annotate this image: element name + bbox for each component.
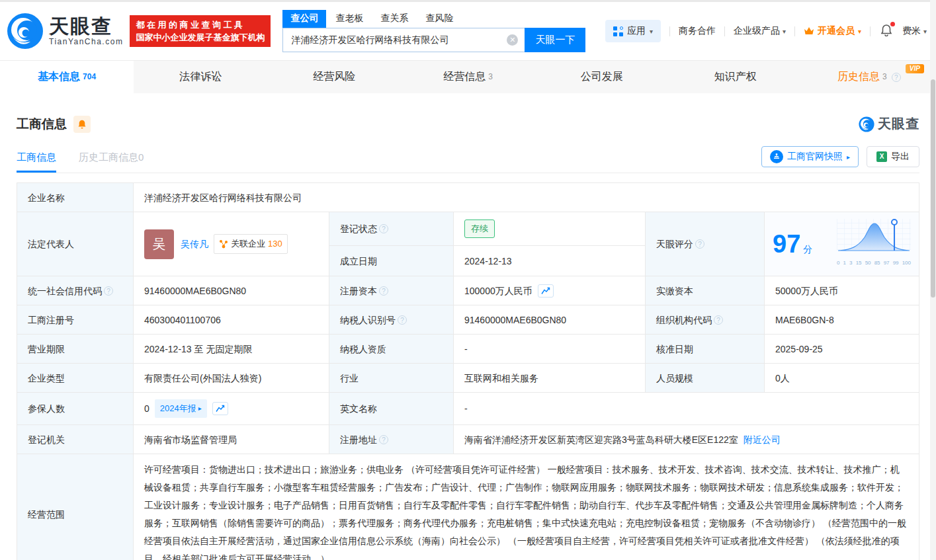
- taxpayer-qual-value: -: [454, 335, 646, 364]
- address-value: 海南省洋浦经济开发区新英湾区迎宾路3号蓝岛科研大楼E区E122室 附近公司: [454, 425, 919, 454]
- tab-legal-litigation[interactable]: 法律诉讼: [134, 61, 267, 93]
- paid-capital-value: 50000万人民币: [765, 276, 919, 305]
- tab-operation-info[interactable]: 经营信息 3: [401, 61, 534, 93]
- tab-count: 3: [882, 72, 887, 81]
- related-companies-label: 关联企业: [231, 237, 265, 251]
- slogan-line1: 都在用的商业查询工具: [136, 19, 265, 31]
- company-name-label: 企业名称: [17, 183, 134, 212]
- subtab-business-info[interactable]: 工商信息: [17, 151, 56, 173]
- search-button[interactable]: 天眼一下: [525, 28, 585, 52]
- enterprise-products-link[interactable]: 企业级产品 ▾: [734, 25, 786, 37]
- search-input[interactable]: [282, 28, 525, 52]
- open-vip-button[interactable]: 开通会员 ▾: [804, 25, 861, 37]
- excel-icon: X: [876, 151, 887, 162]
- help-icon[interactable]: ?: [379, 224, 388, 233]
- reg-status-value: 存续: [454, 212, 646, 246]
- tab-company-development[interactable]: 公司发展: [535, 61, 669, 93]
- industry-label: 行业: [329, 364, 454, 393]
- search-tab-boss[interactable]: 查老板: [327, 10, 371, 28]
- term-value: 2024-12-13 至 无固定期限: [134, 335, 329, 364]
- user-menu[interactable]: 费米 ▾: [902, 25, 927, 37]
- apps-menu-button[interactable]: 应用 ▾: [605, 20, 661, 42]
- watermark-text: 天眼查: [878, 115, 919, 133]
- divider: [669, 26, 670, 36]
- export-button[interactable]: X 导出: [867, 146, 919, 167]
- tab-label: 公司发展: [581, 70, 623, 84]
- divider: [794, 26, 795, 36]
- legal-rep-name-link[interactable]: 吴传凡: [181, 237, 208, 251]
- scrollbar-thumb[interactable]: [931, 79, 935, 298]
- related-companies-count: 130: [268, 237, 282, 251]
- biz-cooperation-link[interactable]: 商务合作: [679, 25, 716, 37]
- est-date-label: 成立日期: [329, 246, 454, 276]
- en-name-label: 英文名称: [329, 393, 454, 425]
- annual-report-badge[interactable]: 2024年报 ▸: [155, 399, 207, 418]
- slogan-banner: 都在用的商业查询工具 国家中小企业发展子基金旗下机构: [130, 15, 271, 47]
- taxpayer-qual-label: 纳税人资质: [329, 335, 454, 364]
- tab-label: 知识产权: [714, 70, 757, 84]
- term-label: 营业期限: [17, 335, 134, 364]
- reg-number-label: 工商注册号: [17, 305, 134, 335]
- official-snapshot-label: 工商官网快照: [787, 151, 843, 163]
- brand-domain: TianYanCha.com: [49, 37, 123, 46]
- tab-intellectual-property[interactable]: 知识产权: [669, 61, 802, 93]
- score-value[interactable]: 97 分: [765, 212, 919, 276]
- scrollbar[interactable]: [930, 0, 936, 560]
- company-type-label: 企业类型: [17, 364, 134, 393]
- divider: [724, 26, 725, 36]
- crown-icon: [804, 26, 814, 36]
- credit-code-value: 91460000MAE6B0GN80: [134, 276, 329, 305]
- business-scope-value: 许可经营项目：货物进出口；技术进出口；旅游业务；供电业务 （许可经营项目凭许可证…: [134, 454, 919, 560]
- search-tab-relation[interactable]: 查关系: [372, 10, 416, 28]
- help-icon[interactable]: ?: [379, 435, 388, 444]
- business-info-table: 企业名称 洋浦经济开发区哈行网络科技有限公司 法定代表人 吴 吴传凡 关联企业 …: [17, 182, 919, 560]
- watermark-logo: 天眼查: [859, 115, 919, 133]
- tab-history-info[interactable]: 历史信息 3 ? VIP: [802, 61, 936, 93]
- trend-chart-icon[interactable]: [538, 284, 554, 298]
- notification-dot: [890, 22, 895, 26]
- trend-chart-icon[interactable]: [212, 402, 228, 415]
- chevron-down-icon: ▾: [783, 28, 786, 35]
- score-distribution-chart: 01 315 5085 9799 100: [837, 218, 911, 270]
- enterprise-products-label: 企业级产品: [734, 25, 780, 37]
- insured-value: 0 2024年报 ▸: [134, 393, 329, 425]
- apps-grid-icon: [613, 26, 623, 36]
- search-tab-company[interactable]: 查公司: [282, 10, 326, 28]
- official-snapshot-button[interactable]: 工商官网快照 ▸: [761, 146, 859, 167]
- search-area: 查公司 查老板 查关系 查风险 ✕ 天眼一下: [282, 10, 585, 52]
- tab-operation-risk[interactable]: 经营风险: [267, 61, 401, 93]
- approval-date-label: 核准日期: [646, 335, 765, 364]
- top-header: 天眼查 TianYanCha.com 都在用的商业查询工具 国家中小企业发展子基…: [0, 2, 936, 60]
- username: 费米: [902, 25, 921, 37]
- tab-label: 基本信息: [38, 70, 80, 84]
- score-number: 97: [773, 230, 800, 258]
- tab-basic-info[interactable]: 基本信息 704: [0, 61, 134, 93]
- subscribe-bell-button[interactable]: [73, 116, 91, 133]
- help-icon[interactable]: ?: [714, 315, 723, 325]
- help-icon[interactable]: ?: [398, 315, 407, 325]
- legal-rep-avatar[interactable]: 吴: [144, 229, 174, 259]
- subtab-history-business-info[interactable]: 历史工商信息0: [79, 151, 144, 173]
- tab-count: 3: [488, 72, 493, 81]
- approval-date-value: 2025-09-25: [765, 335, 919, 364]
- est-date-value: 2024-12-13: [454, 246, 646, 276]
- nearby-companies-link[interactable]: 附近公司: [744, 432, 781, 447]
- related-companies-badge[interactable]: 关联企业 130: [214, 234, 288, 254]
- header-nav: 应用 ▾ 商务合作 企业级产品 ▾ 开通会员 ▾ 费米 ▾: [605, 20, 927, 42]
- tianyancha-logo[interactable]: 天眼查 TianYanCha.com: [7, 13, 123, 50]
- credit-code-label: 统一社会信用代码 ?: [17, 276, 134, 305]
- reg-capital-label: 注册资本 ?: [329, 276, 454, 305]
- taxpayer-id-value: 91460000MAE6B0GN80: [454, 305, 646, 335]
- help-icon[interactable]: ?: [379, 286, 388, 296]
- staff-size-value: 0人: [765, 364, 919, 393]
- search-tab-risk[interactable]: 查风险: [417, 10, 461, 28]
- legal-rep-value: 吴 吴传凡 关联企业 130: [134, 212, 329, 276]
- chevron-right-icon: ▸: [847, 153, 850, 161]
- help-icon[interactable]: ?: [695, 239, 704, 249]
- vip-badge: VIP: [906, 64, 924, 73]
- taxpayer-id-label: 纳税人识别号 ?: [329, 305, 454, 335]
- chevron-down-icon: ▾: [923, 28, 927, 35]
- help-icon[interactable]: ?: [104, 286, 113, 296]
- notification-bell-button[interactable]: [880, 24, 892, 38]
- help-icon[interactable]: ?: [892, 73, 901, 82]
